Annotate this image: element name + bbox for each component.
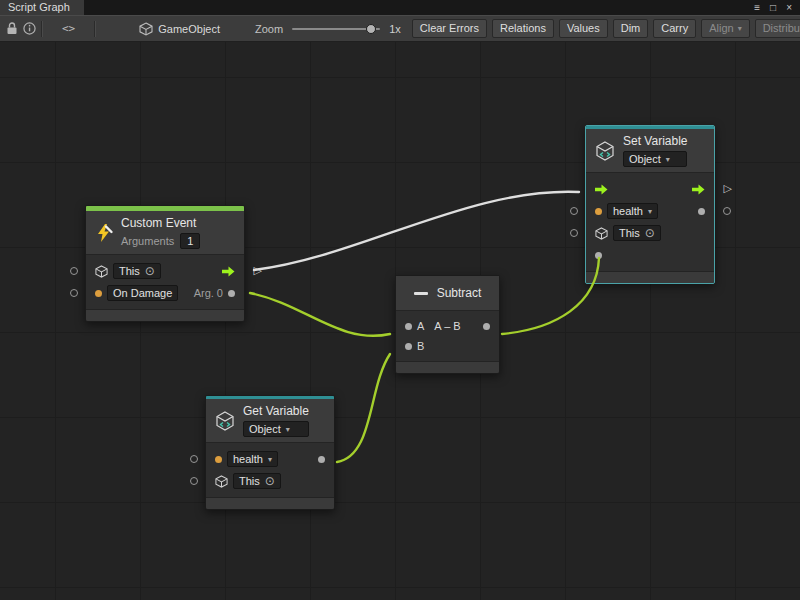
carry-label: Carry [661,22,688,35]
values-label: Values [567,22,600,35]
target-icon[interactable]: ⊙ [265,475,275,487]
align-button[interactable]: Align▾ [701,19,749,38]
chevron-down-icon: ▾ [286,425,290,434]
values-button[interactable]: Values [559,19,608,38]
variable-cube-icon [594,140,616,162]
arguments-input[interactable]: 1 [180,233,200,249]
node-custom-event[interactable]: Custom Event Arguments 1 This ⊙ [85,205,245,322]
variable-name-port[interactable] [215,456,222,463]
close-icon[interactable]: × [786,3,792,13]
event-name-value: On Damage [113,287,172,299]
node-subtract[interactable]: Subtract A A – B B [395,275,500,374]
variable-name-dropdown[interactable]: health ▾ [607,203,658,219]
target-icon[interactable]: ⊙ [145,265,155,277]
cube-icon [215,475,228,488]
value-out-port[interactable] [698,208,705,215]
port-outer-circle[interactable] [190,477,198,485]
input-b-label: B [417,340,424,352]
wire-flow[interactable] [254,192,579,270]
flow-out-arrow[interactable] [222,266,235,277]
gameobject-selector[interactable]: GameObject [139,22,220,36]
flow-connection-triangle[interactable]: ▷ [254,265,262,276]
scope-value: Object [629,153,661,165]
maximize-icon[interactable]: □ [770,3,776,13]
variable-cube-icon [214,410,236,432]
event-trigger-port[interactable] [95,290,102,297]
clear-errors-label: Clear Errors [420,22,479,35]
set-variable-flow-row: ▷ [586,178,714,200]
lock-icon[interactable] [6,22,18,35]
custom-event-header: Custom Event Arguments 1 [86,211,244,255]
port-outer-circle[interactable] [70,289,78,297]
window-menu-icon[interactable]: ≡ [754,3,760,13]
node-footer [206,497,334,509]
port-outer-circle[interactable] [570,229,578,237]
window-titlebar: Script Graph ≡ □ × [0,0,800,15]
node-get-variable[interactable]: Get Variable Object ▾ health ▾ [205,395,335,510]
port-outer-circle[interactable] [70,267,78,275]
graph-canvas[interactable]: Custom Event Arguments 1 This ⊙ [0,42,800,600]
carry-button[interactable]: Carry [653,19,696,38]
this-dropdown[interactable]: This ⊙ [613,225,661,241]
clear-errors-button[interactable]: Clear Errors [412,19,487,38]
set-variable-header: Set Variable Object ▾ [586,129,714,173]
variable-name-port[interactable] [595,208,602,215]
this-dropdown[interactable]: This ⊙ [233,473,281,489]
dim-button[interactable]: Dim [613,19,649,38]
this-value: This [119,265,140,277]
port-outer-circle[interactable] [723,207,731,215]
set-variable-body: ▷ health ▾ This ⊙ [586,173,714,271]
variable-name-dropdown[interactable]: health ▾ [227,451,278,467]
flow-out-arrow[interactable] [692,184,705,195]
wire-get-to-b[interactable] [337,354,390,462]
variable-scope-dropdown[interactable]: Object ▾ [243,421,309,437]
subtract-icon [414,292,428,295]
result-out-port[interactable] [483,323,490,330]
get-variable-name-row: health ▾ [206,448,334,470]
this-dropdown[interactable]: This ⊙ [113,263,161,279]
tab-script-graph[interactable]: Script Graph [0,0,84,15]
subtract-body: A A – B B [396,311,499,361]
chevron-down-icon: ▾ [666,155,670,164]
distribute-button[interactable]: Distribute▾ [755,19,800,38]
arguments-label: Arguments [121,235,174,247]
node-set-variable[interactable]: Set Variable Object ▾ ▷ [585,125,715,284]
subtract-header: Subtract [396,276,499,311]
subtract-row-a: A A – B [396,316,499,336]
this-value: This [239,475,260,487]
arg-0-out-port[interactable] [228,290,235,297]
input-b-port[interactable] [405,343,412,350]
port-outer-circle[interactable] [570,207,578,215]
variable-name-value: health [613,205,643,217]
variable-name-value: health [233,453,263,465]
custom-event-icon [94,223,114,243]
set-variable-value-row [586,244,714,266]
window-controls: ≡ □ × [754,0,800,15]
flow-connection-triangle[interactable]: ▷ [724,183,732,194]
zoom-value: 1x [389,23,401,35]
subtract-title: Subtract [437,286,482,300]
wire-arg-to-a[interactable] [250,293,390,336]
cube-icon [139,22,153,36]
set-variable-title: Set Variable [623,134,687,148]
input-a-port[interactable] [405,323,412,330]
value-in-port[interactable] [595,252,602,259]
distribute-label: Distribute [763,22,800,35]
zoom-label: Zoom [255,23,283,35]
toolbar-divider [94,21,96,37]
zoom-slider[interactable] [292,22,380,36]
port-outer-circle[interactable] [190,455,198,463]
scope-value: Object [249,423,281,435]
info-icon[interactable] [23,22,36,35]
target-icon[interactable]: ⊙ [645,227,655,239]
relations-button[interactable]: Relations [492,19,554,38]
flow-in-arrow[interactable] [595,184,608,195]
custom-event-trigger-row: On Damage Arg. 0 [86,282,244,304]
event-name-field[interactable]: On Damage [107,285,178,301]
value-out-port[interactable] [318,456,325,463]
code-icon[interactable]: <> [62,22,75,35]
node-footer [586,271,714,283]
custom-event-body: This ⊙ ▷ On Damage Arg. 0 [86,255,244,309]
variable-scope-dropdown[interactable]: Object ▾ [623,151,687,167]
zoom-slider-handle[interactable] [366,24,376,34]
